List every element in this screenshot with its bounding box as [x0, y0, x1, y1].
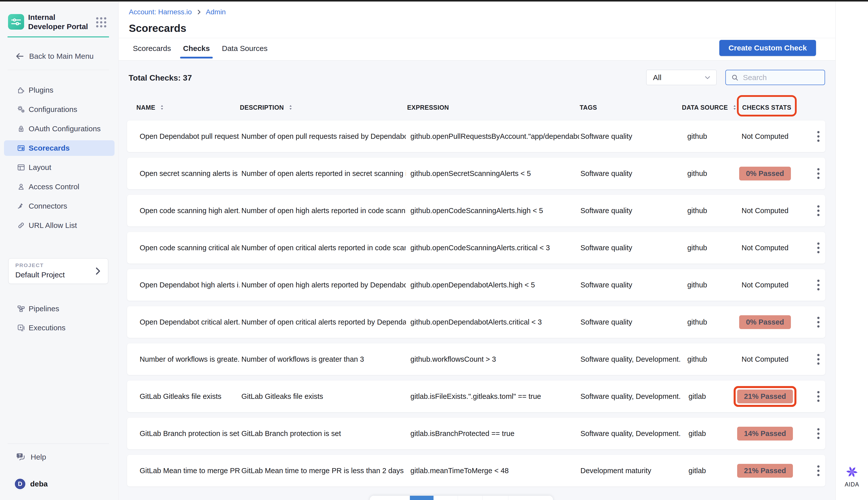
sort-icon[interactable] — [159, 104, 165, 111]
column-header-checks-stats: CHECKS STATS — [742, 100, 791, 115]
table-row: Number of workflows is greate...Number o… — [127, 343, 825, 375]
chevron-right-icon — [196, 9, 202, 15]
checks-stats-badge: 21% Passed — [737, 464, 793, 478]
sort-icon[interactable] — [731, 104, 738, 111]
link-icon — [16, 221, 26, 230]
check-stats-cell: Not Computed — [717, 343, 813, 375]
create-custom-check-button[interactable]: Create Custom Check — [719, 40, 816, 56]
sidebar-item-layout[interactable]: Layout — [4, 160, 114, 175]
check-name: Open Dependabot critical alert... — [140, 306, 240, 338]
table-row: Open secret scanning alerts is ...Number… — [127, 158, 825, 189]
check-description: Number of open high alerts reported by D… — [241, 269, 406, 301]
sidebar-item-connectors[interactable]: Connectors — [4, 198, 114, 214]
kebab-menu-icon[interactable] — [815, 240, 822, 255]
sidebar-project-nav: PipelinesExecutions — [4, 301, 114, 339]
column-header-label: EXPRESSION — [407, 104, 449, 111]
check-name: Open Dependabot pull request... — [140, 121, 240, 152]
checks-stats-badge: 21% Passed — [737, 389, 793, 404]
sidebar-item-executions[interactable]: Executions — [4, 320, 114, 336]
tab-data-sources[interactable]: Data Sources — [222, 37, 267, 59]
row-actions — [811, 195, 826, 226]
kebab-menu-icon[interactable] — [815, 463, 822, 478]
kebab-menu-icon[interactable] — [815, 315, 822, 330]
kebab-menu-icon[interactable] — [815, 352, 822, 367]
column-header-data-source[interactable]: DATA SOURCE — [682, 100, 738, 115]
check-description: Number of open critical alerts reported … — [241, 232, 406, 263]
breadcrumb-admin-link[interactable]: Admin — [206, 8, 226, 16]
row-actions — [811, 343, 826, 375]
check-data-source-text: gitlab — [688, 430, 706, 438]
help-button[interactable]: ? Help — [15, 451, 46, 464]
kebab-menu-icon[interactable] — [815, 389, 822, 404]
column-header-name[interactable]: NAME — [136, 100, 165, 115]
page-header: Account: Harness.io Admin Scorecards Sco… — [119, 1, 835, 60]
checks-stats-badge: 0% Passed — [739, 315, 791, 329]
check-name: Open Dependabot high alerts i... — [140, 269, 240, 301]
check-tags-text: Software quality, Development... — [580, 430, 681, 438]
gears-icon — [16, 105, 26, 114]
table-row: Open Dependabot pull request...Number of… — [127, 121, 825, 152]
kebab-menu-icon[interactable] — [815, 166, 822, 181]
aida-pinwheel-icon — [845, 465, 859, 479]
breadcrumb-account-link[interactable]: Account: Harness.io — [129, 8, 192, 16]
check-expression: github.workflowsCount > 3 — [410, 343, 579, 375]
check-tags-text: Software quality — [580, 132, 632, 140]
table-row: Open code scanning critical ale...Number… — [127, 232, 825, 263]
sidebar-item-access-control[interactable]: Access Control — [4, 179, 114, 194]
column-header-description[interactable]: DESCRIPTION — [240, 100, 294, 115]
check-tags-text: Software quality — [580, 318, 632, 326]
search-input[interactable] — [743, 73, 820, 82]
pagination-page-4[interactable] — [482, 496, 508, 500]
check-tags: Software quality, Development... — [580, 418, 681, 449]
aida-label: AIDA — [845, 481, 859, 488]
project-selector[interactable]: PROJECT Default Project — [8, 258, 108, 284]
check-data-source-text: github — [687, 355, 707, 363]
pagination-prev[interactable] — [370, 496, 410, 500]
kebab-menu-icon[interactable] — [815, 129, 822, 144]
tab-checks[interactable]: Checks — [183, 37, 210, 59]
row-actions — [811, 455, 826, 487]
kebab-menu-icon[interactable] — [815, 277, 822, 293]
tab-scorecards[interactable]: Scorecards — [133, 37, 171, 59]
back-to-main-menu[interactable]: Back to Main Menu — [15, 50, 94, 63]
filter-dropdown[interactable]: All — [646, 70, 716, 85]
pagination-page-2[interactable] — [434, 496, 458, 500]
pagination-page-1[interactable] — [410, 496, 434, 500]
check-expression: gitlab.meanTimeToMerge < 48 — [410, 455, 579, 487]
aida-assistant-button[interactable]: AIDA — [836, 465, 868, 488]
pagination-page-3[interactable] — [458, 496, 482, 500]
check-name-text: Open Dependabot critical alert... — [140, 318, 240, 326]
check-expression-text: github.openSecretScanningAlerts < 5 — [410, 169, 531, 178]
check-data-source-text: gitlab — [688, 467, 706, 475]
user-menu[interactable]: D deba — [14, 477, 48, 490]
check-data-source-text: github — [687, 207, 707, 215]
check-stats-cell: 14% Passed — [717, 418, 813, 449]
sort-icon[interactable] — [287, 104, 294, 111]
check-tags: Software quality — [580, 121, 681, 152]
kebab-menu-icon[interactable] — [815, 426, 822, 441]
sidebar-item-plugins[interactable]: Plugins — [4, 82, 114, 98]
check-expression-text: github.openPullRequestsByAccount."app/de… — [410, 132, 579, 140]
page-title: Scorecards — [129, 22, 186, 34]
sidebar-item-pipelines[interactable]: Pipelines — [4, 301, 114, 317]
right-gutter: AIDA — [835, 1, 868, 500]
check-tags-text: Software quality, Development... — [580, 392, 681, 401]
check-tags: Software quality — [580, 158, 681, 189]
filter-dropdown-value: All — [653, 73, 661, 82]
check-description: GitLab Gitleaks file exists — [241, 380, 406, 412]
kebab-menu-icon[interactable] — [815, 203, 822, 218]
idp-logo-icon — [8, 14, 24, 30]
app-grid-icon[interactable] — [94, 15, 108, 29]
pagination-next[interactable] — [508, 496, 553, 500]
check-description: Number of open pull requests raised by D… — [241, 121, 406, 152]
table-row: GitLab Branch protection is setGitLab Br… — [127, 418, 825, 449]
check-data-source: gitlab — [675, 418, 720, 449]
sidebar-item-configurations[interactable]: Configurations — [4, 102, 114, 117]
help-chat-icon: ? — [15, 452, 26, 463]
sidebar-item-oauth-configurations[interactable]: OAuth Configurations — [4, 121, 114, 137]
sidebar-item-scorecards[interactable]: Scorecards — [4, 140, 114, 156]
column-header-tags: TAGS — [580, 100, 597, 115]
sidebar-item-url-allow-list[interactable]: URL Allow List — [4, 218, 114, 233]
check-description-text: Number of workflows is greater than 3 — [241, 355, 364, 363]
check-tags: Software quality — [580, 306, 681, 338]
